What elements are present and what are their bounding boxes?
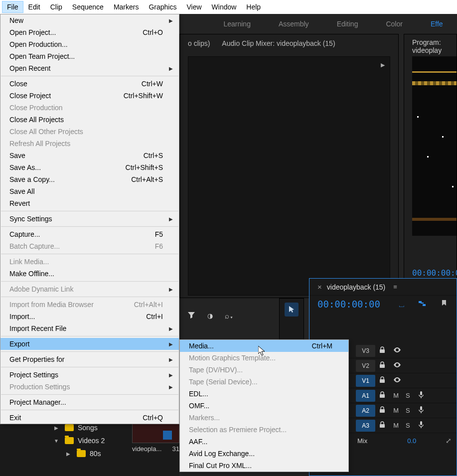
toggle-output-icon[interactable] [378,361,386,370]
lock-icon[interactable] [378,406,386,415]
toggle-visibility-icon[interactable] [393,346,401,355]
menuitem-aaf[interactable]: AAF... [180,436,348,448]
menuitem-open-production[interactable]: Open Production... [0,38,179,50]
solo-button[interactable]: S [406,392,410,399]
lock-icon[interactable] [378,391,386,400]
menuitem-export[interactable]: Export▶ [0,338,179,350]
track-target[interactable]: A1 [356,390,375,402]
program-viewer[interactable] [412,56,457,236]
menuitem-edl[interactable]: EDL... [180,388,348,400]
menu-view[interactable]: View [181,1,206,13]
disclosure-icon[interactable]: ▼ [52,438,61,444]
menuitem-import-from-media-browser: Import from Media BrowserCtrl+Alt+I [0,299,179,311]
workspace-effe[interactable]: Effe [427,16,447,32]
track-target[interactable]: V2 [356,360,375,372]
disclosure-icon[interactable]: ▶ [52,425,61,431]
menu-edit[interactable]: Edit [23,1,45,13]
menuitem-exit[interactable]: ExitCtrl+Q [0,412,179,424]
snap-icon[interactable]: ⎵ [399,300,404,309]
svg-rect-5 [380,379,385,383]
linked-selection-icon[interactable] [418,300,426,310]
menu-help[interactable]: Help [241,1,266,13]
menuitem-project-settings[interactable]: Project Settings▶ [0,369,179,381]
menuitem-markers: Markers... [180,412,348,424]
source-tab-audiomixer[interactable]: Audio Clip Mixer: videoplayback (15) [222,39,335,47]
sequence-tab[interactable]: videoplayback (15) [327,283,386,291]
find-icon[interactable]: ◑ [207,312,213,319]
workspace-learning[interactable]: Learning [219,16,255,32]
program-tab[interactable]: Program: videoplay [404,34,457,52]
voiceover-icon[interactable] [417,406,425,415]
menuitem-link-media: Link Media... [0,256,179,268]
workspace-assembly[interactable]: Assembly [275,16,313,32]
lock-icon[interactable] [378,421,386,430]
menuitem-import[interactable]: Import...Ctrl+I [0,311,179,322]
svg-rect-1 [423,304,426,306]
disclosure-icon[interactable]: ▶ [64,451,73,457]
menuitem-capture[interactable]: Capture...F5 [0,228,179,240]
menu-markers[interactable]: Markers [109,1,144,13]
menuitem-open-team-project[interactable]: Open Team Project... [0,50,179,62]
menuitem-avid-log-exchange[interactable]: Avid Log Exchange... [180,448,348,460]
clip-name: videopla... [132,445,161,453]
menuitem-new[interactable]: New▶ [0,14,179,26]
toggle-output-icon[interactable] [378,346,386,355]
track-target[interactable]: A2 [356,405,375,417]
menuitem-save-all[interactable]: Save All [0,185,179,197]
menu-sequence[interactable]: Sequence [67,1,109,13]
menu-clip[interactable]: Clip [45,1,67,13]
menuitem-project-manager[interactable]: Project Manager... [0,396,179,408]
play-icon: ▶ [381,62,385,68]
menuitem-final-cut-pro-xml[interactable]: Final Cut Pro XML... [180,460,348,472]
menuitem-save-a-copy[interactable]: Save a Copy...Ctrl+Alt+S [0,173,179,185]
mix-label: Mix [357,437,367,445]
track-target[interactable]: V3 [356,345,375,357]
selection-tool[interactable] [285,303,299,317]
menu-graphics[interactable]: Graphics [144,1,181,13]
panel-menu-icon[interactable]: ≡ [393,283,397,291]
menuitem-open-project[interactable]: Open Project...Ctrl+O [0,26,179,38]
svg-rect-2 [421,303,424,304]
voiceover-icon[interactable] [417,421,425,430]
expand-icon[interactable]: ⤢ [446,437,452,445]
workspace-color[interactable]: Color [382,16,406,32]
marker-icon[interactable] [440,300,448,310]
menuitem-make-offline[interactable]: Make Offline... [0,268,179,280]
menuitem-save[interactable]: SaveCtrl+S [0,150,179,161]
source-viewer[interactable]: ▶ [188,56,390,296]
menuitem-get-properties-for[interactable]: Get Properties for▶ [0,353,179,365]
solo-button[interactable]: S [406,422,410,429]
mute-button[interactable]: M [393,392,399,399]
menuitem-revert[interactable]: Revert [0,197,179,209]
timeline-timecode[interactable]: 00:00:00:00 [317,299,380,310]
menuitem-open-recent[interactable]: Open Recent▶ [0,62,179,74]
menu-file[interactable]: File [2,1,23,13]
track-target[interactable]: V1 [356,375,375,387]
voiceover-icon[interactable] [417,391,425,400]
source-tab-noclips[interactable]: o clips) [188,39,210,47]
program-timecode: 00:00:00:00 [412,268,457,278]
menuitem-close[interactable]: CloseCtrl+W [0,78,179,90]
close-icon[interactable]: × [317,283,322,291]
toggle-output-icon[interactable] [378,376,386,385]
menuitem-refresh-all-projects: Refresh All Projects [0,138,179,150]
menuitem-close-all-projects[interactable]: Close All Projects [0,114,179,126]
search-input[interactable]: ⌕▾ [225,312,234,320]
mix-value[interactable]: 0.0 [407,437,416,445]
mute-button[interactable]: M [393,407,399,414]
toggle-visibility-icon[interactable] [393,376,401,385]
mute-button[interactable]: M [393,422,399,429]
menubar: FileEditClipSequenceMarkersGraphicsViewW… [0,0,457,14]
track-target[interactable]: A3 [356,420,375,432]
solo-button[interactable]: S [406,407,410,414]
toggle-visibility-icon[interactable] [393,361,401,370]
menu-window[interactable]: Window [207,1,242,13]
menuitem-save-as[interactable]: Save As...Ctrl+Shift+S [0,161,179,173]
folder-icon [65,424,74,431]
menuitem-import-recent-file[interactable]: Import Recent File▶ [0,322,179,334]
workspace-editing[interactable]: Editing [333,16,362,32]
menuitem-omf[interactable]: OMF... [180,400,348,412]
filter-icon[interactable] [187,311,195,320]
menuitem-close-project[interactable]: Close ProjectCtrl+Shift+W [0,90,179,102]
menuitem-sync-settings[interactable]: Sync Settings▶ [0,213,179,225]
